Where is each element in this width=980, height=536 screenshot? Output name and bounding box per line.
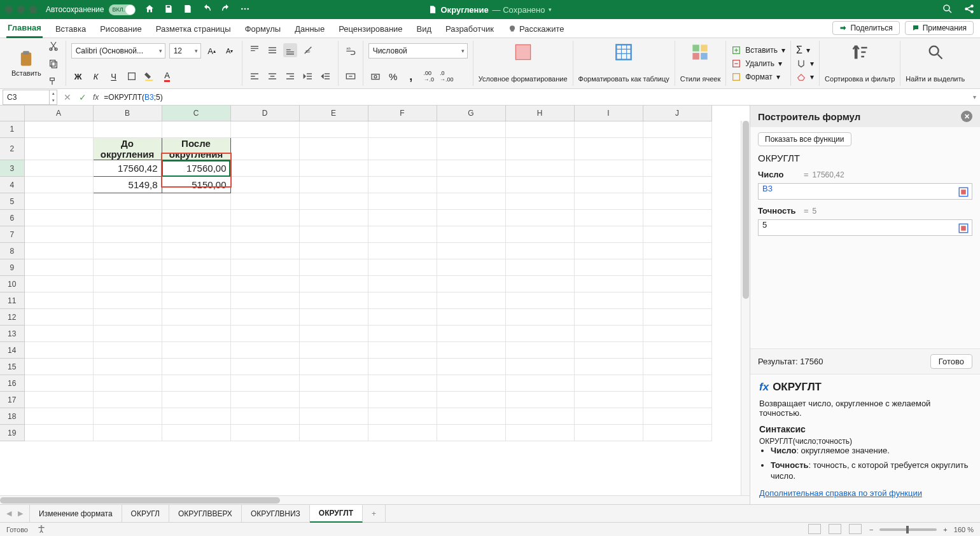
- align-middle-icon[interactable]: [265, 43, 279, 57]
- conditional-formatting[interactable]: Условное форматирование: [473, 41, 573, 86]
- cell-b3[interactable]: 17560,42: [93, 160, 162, 177]
- comma-icon[interactable]: ,: [404, 69, 418, 83]
- sheet-tab[interactable]: Изменение формата: [29, 505, 122, 523]
- range-picker-icon[interactable]: [958, 186, 969, 198]
- col-header[interactable]: A: [24, 106, 93, 121]
- row-header[interactable]: 6: [0, 210, 24, 226]
- fill-color-icon[interactable]: [143, 69, 157, 83]
- row-header[interactable]: 16: [0, 375, 24, 392]
- zoom-value[interactable]: 160 %: [954, 526, 974, 533]
- share-icon[interactable]: [963, 3, 975, 17]
- cell-c3[interactable]: 17560,00: [162, 160, 230, 177]
- col-header[interactable]: F: [368, 106, 437, 121]
- zoom-out-icon[interactable]: −: [869, 526, 873, 533]
- col-header[interactable]: C: [162, 106, 230, 121]
- autosum-icon[interactable]: Σ ▾: [796, 43, 814, 57]
- paste-button[interactable]: Вставить: [9, 48, 44, 79]
- align-center-icon[interactable]: [265, 69, 279, 83]
- cancel-formula-icon[interactable]: ✕: [60, 92, 75, 102]
- close-dot[interactable]: [5, 6, 13, 13]
- row-header[interactable]: 4: [0, 177, 24, 193]
- underline-button[interactable]: Ч: [107, 69, 121, 83]
- cell-styles[interactable]: Стили ячеек: [675, 41, 726, 86]
- tab-developer[interactable]: Разработчик: [444, 20, 495, 38]
- row-header[interactable]: 19: [0, 425, 24, 441]
- arg1-input[interactable]: B3: [758, 183, 972, 200]
- row-header[interactable]: 9: [0, 259, 24, 276]
- row-header[interactable]: 2: [0, 137, 24, 160]
- tab-home[interactable]: Главная: [6, 19, 43, 38]
- search-icon[interactable]: [942, 3, 953, 17]
- tab-formulas[interactable]: Формулы: [244, 20, 283, 38]
- tab-prev-icon[interactable]: ◀: [4, 509, 14, 518]
- format-painter-icon[interactable]: [46, 74, 60, 88]
- row-header[interactable]: 11: [0, 292, 24, 309]
- sheet-tab[interactable]: ОКРУГЛВНИЗ: [242, 505, 310, 523]
- row-header[interactable]: 8: [0, 243, 24, 259]
- row-header[interactable]: 18: [0, 408, 24, 425]
- col-header[interactable]: I: [574, 106, 643, 121]
- orientation-icon[interactable]: ab: [301, 43, 315, 57]
- row-header[interactable]: 5: [0, 193, 24, 210]
- percent-icon[interactable]: %: [386, 69, 400, 83]
- cell-b2[interactable]: До округления: [93, 137, 162, 160]
- autosave-toggle[interactable]: ВКЛ.: [109, 4, 136, 15]
- name-box[interactable]: C3 ▴▾: [3, 90, 57, 105]
- italic-button[interactable]: К: [89, 69, 103, 83]
- cell-c2[interactable]: После округления: [162, 137, 230, 160]
- formula-input[interactable]: =ОКРУГЛТ(B3;5): [101, 93, 162, 102]
- row-header[interactable]: 17: [0, 392, 24, 408]
- currency-icon[interactable]: [368, 69, 382, 83]
- vertical-scrollbar[interactable]: [741, 121, 750, 495]
- add-sheet-button[interactable]: +: [363, 505, 386, 523]
- decrease-font-icon[interactable]: A▾: [223, 44, 237, 58]
- row-header[interactable]: 7: [0, 226, 24, 243]
- find-select[interactable]: Найти и выделить: [900, 41, 970, 86]
- select-all-corner[interactable]: [0, 106, 24, 121]
- row-header[interactable]: 15: [0, 359, 24, 375]
- format-cells[interactable]: Формат ▾: [731, 70, 785, 83]
- tab-next-icon[interactable]: ▶: [15, 509, 25, 518]
- cell-b4[interactable]: 5149,8: [93, 177, 162, 193]
- decrease-indent-icon[interactable]: [301, 69, 315, 83]
- zoom-in-icon[interactable]: +: [943, 526, 947, 533]
- cut-icon[interactable]: [46, 39, 60, 53]
- row-header[interactable]: 3: [0, 160, 24, 177]
- delete-cells[interactable]: Удалить ▾: [731, 57, 785, 70]
- expand-formula-bar-icon[interactable]: ▾: [969, 93, 980, 100]
- insert-cells[interactable]: Вставить ▾: [731, 43, 785, 57]
- number-format-select[interactable]: Числовой: [368, 43, 468, 58]
- decrease-decimal-icon[interactable]: .0→.00: [440, 69, 454, 83]
- more-icon[interactable]: [240, 4, 250, 16]
- home-icon[interactable]: [144, 4, 155, 16]
- fill-icon[interactable]: ▾: [796, 57, 814, 70]
- increase-decimal-icon[interactable]: .00→.0: [422, 69, 436, 83]
- sort-filter[interactable]: Сортировка и фильтр: [820, 41, 900, 86]
- row-header[interactable]: 10: [0, 276, 24, 292]
- sheet-tab[interactable]: ОКРУГЛ: [122, 505, 169, 523]
- cell-c4[interactable]: 5150,00: [162, 177, 230, 193]
- range-picker-icon[interactable]: [958, 223, 969, 234]
- col-header[interactable]: H: [505, 106, 574, 121]
- wrap-text-icon[interactable]: ab: [344, 43, 358, 57]
- format-as-table[interactable]: Форматировать как таблицу: [573, 41, 675, 86]
- merge-icon[interactable]: [344, 69, 358, 83]
- clear-icon[interactable]: ▾: [796, 70, 814, 83]
- save-as-icon[interactable]: [183, 4, 193, 16]
- tell-me[interactable]: Расскажите: [507, 20, 566, 38]
- align-right-icon[interactable]: [283, 69, 297, 83]
- view-mode-page[interactable]: [829, 524, 843, 535]
- done-button[interactable]: Готово: [930, 354, 972, 369]
- horizontal-scrollbar[interactable]: [0, 495, 750, 504]
- arg2-input[interactable]: 5: [758, 219, 972, 236]
- row-header[interactable]: 12: [0, 309, 24, 326]
- share-button[interactable]: Поделиться: [832, 21, 899, 35]
- window-controls[interactable]: [5, 6, 37, 13]
- col-header[interactable]: G: [437, 106, 505, 121]
- zoom-slider[interactable]: [879, 528, 937, 531]
- redo-icon[interactable]: [221, 4, 231, 16]
- accessibility-icon[interactable]: [37, 525, 46, 535]
- sheet-tab[interactable]: ОКРУГЛТ: [310, 505, 363, 523]
- minimize-dot[interactable]: [17, 6, 25, 13]
- tab-data[interactable]: Данные: [293, 20, 326, 38]
